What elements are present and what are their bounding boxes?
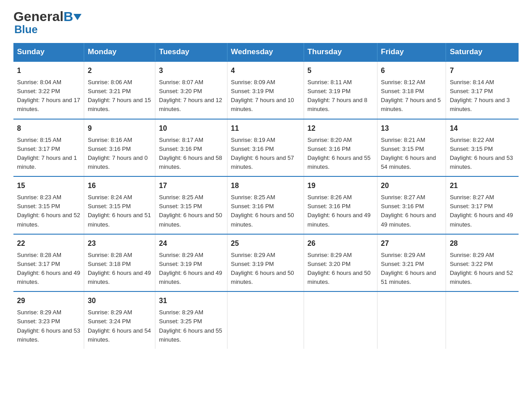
day-info: Sunrise: 8:25 AMSunset: 3:16 PMDaylight:… [231, 194, 294, 227]
day-info: Sunrise: 8:28 AMSunset: 3:17 PMDaylight:… [17, 252, 80, 285]
calendar-cell: 7Sunrise: 8:14 AMSunset: 3:17 PMDaylight… [446, 61, 519, 119]
calendar-cell: 19Sunrise: 8:26 AMSunset: 3:16 PMDayligh… [304, 176, 377, 234]
weekday-header-saturday: Saturday [446, 43, 519, 61]
day-number: 22 [17, 238, 80, 249]
logo-blue-arrow: B [64, 9, 82, 24]
calendar-cell: 17Sunrise: 8:25 AMSunset: 3:15 PMDayligh… [155, 176, 227, 234]
day-info: Sunrise: 8:16 AMSunset: 3:16 PMDaylight:… [88, 137, 148, 170]
weekday-header-friday: Friday [377, 43, 446, 61]
day-number: 25 [231, 238, 300, 249]
day-number: 28 [450, 238, 515, 249]
calendar-cell: 16Sunrise: 8:24 AMSunset: 3:15 PMDayligh… [84, 176, 155, 234]
calendar-cell: 4Sunrise: 8:09 AMSunset: 3:19 PMDaylight… [227, 61, 304, 119]
calendar-cell: 26Sunrise: 8:29 AMSunset: 3:20 PMDayligh… [304, 234, 377, 292]
day-info: Sunrise: 8:29 AMSunset: 3:21 PMDaylight:… [381, 252, 436, 285]
day-number: 3 [159, 65, 223, 76]
day-number: 18 [231, 180, 300, 191]
day-number: 8 [17, 123, 80, 134]
day-info: Sunrise: 8:25 AMSunset: 3:15 PMDaylight:… [159, 194, 222, 227]
day-info: Sunrise: 8:22 AMSunset: 3:15 PMDaylight:… [450, 137, 513, 170]
calendar-cell: 8Sunrise: 8:15 AMSunset: 3:17 PMDaylight… [13, 119, 84, 177]
day-number: 17 [159, 180, 223, 191]
calendar-cell: 5Sunrise: 8:11 AMSunset: 3:19 PMDaylight… [304, 61, 377, 119]
calendar-cell: 9Sunrise: 8:16 AMSunset: 3:16 PMDaylight… [84, 119, 155, 177]
calendar-cell: 14Sunrise: 8:22 AMSunset: 3:15 PMDayligh… [446, 119, 519, 177]
day-number: 30 [88, 295, 151, 306]
calendar-cell: 3Sunrise: 8:07 AMSunset: 3:20 PMDaylight… [155, 61, 227, 119]
week-row-3: 15Sunrise: 8:23 AMSunset: 3:15 PMDayligh… [13, 176, 519, 234]
weekday-header-row: SundayMondayTuesdayWednesdayThursdayFrid… [13, 43, 519, 61]
day-info: Sunrise: 8:29 AMSunset: 3:19 PMDaylight:… [159, 252, 222, 285]
day-number: 1 [17, 65, 80, 76]
day-info: Sunrise: 8:06 AMSunset: 3:21 PMDaylight:… [88, 79, 151, 112]
calendar-cell: 12Sunrise: 8:20 AMSunset: 3:16 PMDayligh… [304, 119, 377, 177]
day-info: Sunrise: 8:29 AMSunset: 3:23 PMDaylight:… [17, 309, 80, 342]
weekday-header-tuesday: Tuesday [155, 43, 227, 61]
day-info: Sunrise: 8:23 AMSunset: 3:15 PMDaylight:… [17, 194, 80, 227]
logo-blue-text: Blue [13, 23, 38, 36]
day-info: Sunrise: 8:26 AMSunset: 3:16 PMDaylight:… [308, 194, 371, 227]
day-number: 5 [308, 65, 373, 76]
calendar-cell: 27Sunrise: 8:29 AMSunset: 3:21 PMDayligh… [377, 234, 446, 292]
calendar-cell: 21Sunrise: 8:27 AMSunset: 3:17 PMDayligh… [446, 176, 519, 234]
calendar-cell: 20Sunrise: 8:27 AMSunset: 3:16 PMDayligh… [377, 176, 446, 234]
day-number: 4 [231, 65, 300, 76]
day-info: Sunrise: 8:11 AMSunset: 3:19 PMDaylight:… [308, 79, 368, 112]
day-number: 15 [17, 180, 80, 191]
calendar-cell: 11Sunrise: 8:19 AMSunset: 3:16 PMDayligh… [227, 119, 304, 177]
day-info: Sunrise: 8:29 AMSunset: 3:22 PMDaylight:… [450, 252, 513, 285]
page-header: General B Blue [13, 9, 519, 36]
day-info: Sunrise: 8:14 AMSunset: 3:17 PMDaylight:… [450, 79, 510, 112]
day-number: 6 [381, 65, 442, 76]
day-info: Sunrise: 8:21 AMSunset: 3:15 PMDaylight:… [381, 137, 436, 170]
calendar-cell: 13Sunrise: 8:21 AMSunset: 3:15 PMDayligh… [377, 119, 446, 177]
day-number: 21 [450, 180, 515, 191]
day-info: Sunrise: 8:29 AMSunset: 3:19 PMDaylight:… [231, 252, 294, 285]
day-info: Sunrise: 8:20 AMSunset: 3:16 PMDaylight:… [308, 137, 371, 170]
day-number: 19 [308, 180, 373, 191]
day-info: Sunrise: 8:29 AMSunset: 3:24 PMDaylight:… [88, 309, 151, 342]
day-number: 7 [450, 65, 515, 76]
day-info: Sunrise: 8:28 AMSunset: 3:18 PMDaylight:… [88, 252, 151, 285]
calendar-cell: 10Sunrise: 8:17 AMSunset: 3:16 PMDayligh… [155, 119, 227, 177]
calendar-cell: 30Sunrise: 8:29 AMSunset: 3:24 PMDayligh… [84, 291, 155, 349]
calendar-cell: 22Sunrise: 8:28 AMSunset: 3:17 PMDayligh… [13, 234, 84, 292]
day-number: 24 [159, 238, 223, 249]
weekday-header-thursday: Thursday [304, 43, 377, 61]
weekday-header-wednesday: Wednesday [227, 43, 304, 61]
calendar-table: SundayMondayTuesdayWednesdayThursdayFrid… [13, 43, 519, 349]
day-info: Sunrise: 8:24 AMSunset: 3:15 PMDaylight:… [88, 194, 151, 227]
week-row-2: 8Sunrise: 8:15 AMSunset: 3:17 PMDaylight… [13, 119, 519, 177]
day-number: 23 [88, 238, 151, 249]
day-number: 16 [88, 180, 151, 191]
day-info: Sunrise: 8:07 AMSunset: 3:20 PMDaylight:… [159, 79, 222, 112]
logo-triangle-icon [73, 14, 82, 20]
calendar-cell: 1Sunrise: 8:04 AMSunset: 3:22 PMDaylight… [13, 61, 84, 119]
calendar-cell [446, 291, 519, 349]
calendar-cell: 25Sunrise: 8:29 AMSunset: 3:19 PMDayligh… [227, 234, 304, 292]
day-info: Sunrise: 8:27 AMSunset: 3:17 PMDaylight:… [450, 194, 513, 227]
day-number: 9 [88, 123, 151, 134]
day-number: 13 [381, 123, 442, 134]
day-number: 26 [308, 238, 373, 249]
day-number: 14 [450, 123, 515, 134]
day-number: 2 [88, 65, 151, 76]
weekday-header-sunday: Sunday [13, 43, 84, 61]
calendar-cell [227, 291, 304, 349]
day-info: Sunrise: 8:15 AMSunset: 3:17 PMDaylight:… [17, 137, 77, 170]
calendar-cell: 18Sunrise: 8:25 AMSunset: 3:16 PMDayligh… [227, 176, 304, 234]
calendar-cell: 6Sunrise: 8:12 AMSunset: 3:18 PMDaylight… [377, 61, 446, 119]
day-info: Sunrise: 8:04 AMSunset: 3:22 PMDaylight:… [17, 79, 80, 112]
day-info: Sunrise: 8:29 AMSunset: 3:25 PMDaylight:… [159, 309, 222, 342]
day-number: 12 [308, 123, 373, 134]
weekday-header-monday: Monday [84, 43, 155, 61]
calendar-cell: 24Sunrise: 8:29 AMSunset: 3:19 PMDayligh… [155, 234, 227, 292]
day-number: 10 [159, 123, 223, 134]
day-info: Sunrise: 8:12 AMSunset: 3:18 PMDaylight:… [381, 79, 441, 112]
week-row-5: 29Sunrise: 8:29 AMSunset: 3:23 PMDayligh… [13, 291, 519, 349]
day-number: 29 [17, 295, 80, 306]
calendar-cell: 2Sunrise: 8:06 AMSunset: 3:21 PMDaylight… [84, 61, 155, 119]
day-number: 20 [381, 180, 442, 191]
logo-general: General [13, 9, 64, 24]
day-info: Sunrise: 8:19 AMSunset: 3:16 PMDaylight:… [231, 137, 294, 170]
